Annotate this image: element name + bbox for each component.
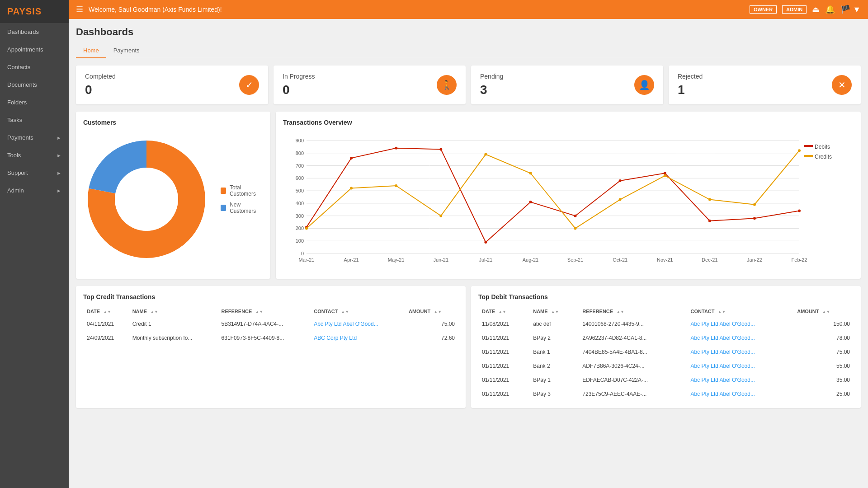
owner-button[interactable]: OWNER (750, 5, 777, 14)
col-header-name[interactable]: Name ▲▼ (529, 306, 579, 317)
credit-table: Date ▲▼Name ▲▼Reference ▲▼Contact ▲▼Amou… (83, 306, 458, 345)
sidebar-item-documents[interactable]: Documents (0, 76, 69, 94)
table-cell: 04/11/2021 (83, 317, 129, 331)
stat-icon: ✕ (832, 75, 852, 95)
page-title: Dashboards (76, 26, 861, 38)
sort-icon: ▲▼ (718, 310, 726, 314)
sidebar-nav: DashboardsAppointmentsContactsDocumentsF… (0, 23, 69, 199)
table-cell: 150.00 (793, 317, 854, 331)
signal-icon[interactable]: ⏏ (812, 5, 820, 14)
customers-legend: Total CustomersNew Customers (221, 184, 263, 214)
table-row: 01/11/2021Bank 2ADF7B86A-3026-4C24-...Ab… (478, 359, 854, 373)
line-chart (283, 131, 854, 272)
main-panel: ☰ Welcome, Saul Goodman (Axis Funds Limi… (69, 0, 868, 488)
table-cell: Abc Pty Ltd Abel O'Good... (687, 331, 794, 345)
sidebar-item-tools[interactable]: Tools► (0, 146, 69, 164)
col-header-amount[interactable]: Amount ▲▼ (793, 306, 854, 317)
sort-icon: ▲▼ (616, 310, 624, 314)
sort-icon: ▲▼ (434, 310, 442, 314)
sidebar-item-admin[interactable]: Admin► (0, 182, 69, 199)
stat-info: In Progress 0 (283, 73, 315, 97)
sort-icon: ▲▼ (103, 310, 111, 314)
sort-icon: ▲▼ (150, 310, 158, 314)
table-cell: 78.00 (793, 331, 854, 345)
col-header-amount[interactable]: Amount ▲▼ (405, 306, 458, 317)
transactions-chart (283, 131, 854, 272)
chevron-icon: ► (57, 135, 61, 141)
tab-payments[interactable]: Payments (106, 43, 147, 58)
sidebar-item-support[interactable]: Support► (0, 164, 69, 182)
chevron-icon: ► (57, 153, 61, 158)
table-cell: BPay 2 (529, 331, 579, 345)
stat-info: Rejected 1 (678, 73, 703, 97)
stat-icon: 🚶 (437, 75, 457, 95)
col-header-reference[interactable]: Reference ▲▼ (579, 306, 687, 317)
table-cell: 24/09/2021 (83, 331, 129, 345)
sort-icon: ▲▼ (551, 310, 559, 314)
col-header-name[interactable]: Name ▲▼ (129, 306, 218, 317)
table-cell: Bank 2 (529, 359, 579, 373)
table-cell: 01/11/2021 (478, 373, 529, 387)
table-cell: Credit 1 (129, 317, 218, 331)
chevron-icon: ► (57, 188, 61, 193)
table-cell: 01/11/2021 (478, 359, 529, 373)
sort-icon: ▲▼ (822, 310, 830, 314)
sidebar-item-tasks[interactable]: Tasks (0, 111, 69, 129)
hamburger-icon[interactable]: ☰ (76, 5, 83, 14)
sort-icon: ▲▼ (498, 310, 506, 314)
flag-icon[interactable]: 🏴 ▼ (840, 5, 861, 14)
table-cell: 75.00 (793, 345, 854, 359)
col-header-date[interactable]: Date ▲▼ (478, 306, 529, 317)
admin-button[interactable]: ADMIN (782, 5, 807, 14)
stat-info: Pending 3 (480, 73, 503, 97)
sidebar-item-dashboards[interactable]: Dashboards (0, 23, 69, 41)
transactions-chart-title: Transactions Overview (283, 119, 854, 126)
table-cell: EDFAECAB-D07C-422A-... (579, 373, 687, 387)
table-row: 01/11/2021BPay 3723E75C9-AEEC-4AAE-...Ab… (478, 387, 854, 401)
table-row: 01/11/2021BPay 1EDFAECAB-D07C-422A-...Ab… (478, 373, 854, 387)
legend-dot (221, 188, 226, 194)
table-cell: Abc Pty Ltd Abel O'Good... (310, 317, 405, 331)
stat-label: Rejected (678, 73, 703, 80)
sidebar-item-label: Tools (7, 152, 21, 159)
stat-value: 1 (678, 83, 703, 97)
sidebar-item-appointments[interactable]: Appointments (0, 41, 69, 58)
table-row: 01/11/2021BPay 22A962237-4D82-4CA1-8...A… (478, 331, 854, 345)
debit-table-title: Top Debit Transactions (478, 293, 854, 300)
col-header-contact[interactable]: Contact ▲▼ (310, 306, 405, 317)
sidebar-item-payments[interactable]: Payments► (0, 129, 69, 146)
stat-card-in-progress: In Progress 0 🚶 (274, 66, 466, 104)
legend-label: New Customers (230, 202, 263, 214)
stat-value: 0 (283, 83, 315, 97)
credit-table-title: Top Credit Transactions (83, 293, 458, 300)
stat-card-pending: Pending 3 👤 (471, 66, 663, 104)
stat-label: In Progress (283, 73, 315, 80)
sidebar-item-folders[interactable]: Folders (0, 94, 69, 111)
table-cell: 2A962237-4D82-4CA1-8... (579, 331, 687, 345)
table-cell: Abc Pty Ltd Abel O'Good... (687, 387, 794, 401)
tables-row: Top Credit Transactions Date ▲▼Name ▲▼Re… (76, 286, 861, 408)
donut-chart (83, 136, 210, 263)
bell-icon[interactable]: 🔔 (825, 5, 835, 14)
table-cell: 25.00 (793, 387, 854, 401)
tab-home[interactable]: Home (76, 43, 106, 58)
sidebar-item-contacts[interactable]: Contacts (0, 58, 69, 76)
table-cell: Monthly subscription fo... (129, 331, 218, 345)
sidebar-item-label: Support (7, 169, 28, 176)
table-row: 04/11/2021Credit 15B314917-D74A-4AC4-...… (83, 317, 458, 331)
sidebar-item-label: Documents (7, 81, 37, 88)
stat-label: Completed (85, 73, 116, 80)
table-cell: 723E75C9-AEEC-4AAE-... (579, 387, 687, 401)
debit-table: Date ▲▼Name ▲▼Reference ▲▼Contact ▲▼Amou… (478, 306, 854, 401)
sidebar-item-label: Appointments (7, 46, 43, 53)
col-header-contact[interactable]: Contact ▲▼ (687, 306, 794, 317)
stat-info: Completed 0 (85, 73, 116, 97)
credit-transactions-card: Top Credit Transactions Date ▲▼Name ▲▼Re… (76, 286, 466, 408)
sidebar: PAYSIS DashboardsAppointmentsContactsDoc… (0, 0, 69, 488)
col-header-date[interactable]: Date ▲▼ (83, 306, 129, 317)
col-header-reference[interactable]: Reference ▲▼ (218, 306, 311, 317)
table-cell: 14001068-2720-4435-9... (579, 317, 687, 331)
legend-dot (221, 205, 226, 211)
table-cell: 35.00 (793, 373, 854, 387)
table-cell: 5B314917-D74A-4AC4-... (218, 317, 311, 331)
